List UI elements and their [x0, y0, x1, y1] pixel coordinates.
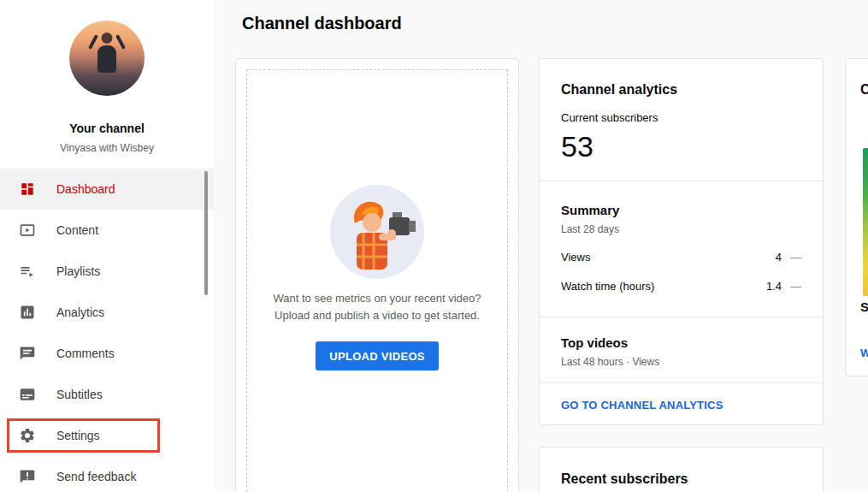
upload-dropzone: Want to see metrics on your recent video… — [246, 69, 508, 492]
sidebar-item-settings[interactable]: Settings — [0, 415, 214, 456]
dashboard-icon — [19, 181, 36, 198]
avatar-photo-figure — [97, 45, 116, 73]
subtitles-icon — [19, 386, 36, 403]
news-card-title: C — [860, 81, 868, 98]
metric-row-watch-time: Watch time (hours) 1.4 — — [561, 279, 801, 294]
top-videos-subtitle: Last 48 hours · Views — [561, 355, 801, 369]
sidebar-item-dashboard[interactable]: Dashboard — [0, 169, 214, 210]
feedback-icon — [19, 468, 36, 485]
sidebar-item-subtitles[interactable]: Subtitles — [0, 374, 214, 415]
divider — [540, 382, 823, 383]
metric-label: Watch time (hours) — [561, 279, 766, 294]
top-videos-title: Top videos — [561, 335, 801, 352]
sidebar-item-label: Send feedback — [56, 470, 136, 483]
sidebar-item-label: Content — [56, 223, 98, 237]
settings-icon — [19, 427, 36, 444]
go-to-channel-analytics-link[interactable]: GO TO CHANNEL ANALYTICS — [561, 399, 723, 412]
sidebar-item-label: Subtitles — [56, 388, 103, 401]
sidebar-scrollbar[interactable] — [204, 171, 208, 295]
summary-title: Summary — [561, 202, 801, 219]
sidebar-item-analytics[interactable]: Analytics — [0, 292, 214, 333]
upload-card: Want to see metrics on your recent video… — [235, 58, 519, 492]
sidebar-item-content[interactable]: Content — [0, 210, 214, 251]
avatar-photo-detail — [102, 33, 113, 44]
sidebar-item-label: Comments — [56, 347, 115, 360]
metric-row-views: Views 4 — — [561, 250, 801, 265]
sidebar-item-comments[interactable]: Comments — [0, 333, 214, 374]
sidebar-item-label: Settings — [56, 429, 100, 442]
analytics-icon — [19, 304, 36, 321]
news-link[interactable]: W — [860, 347, 868, 359]
divider — [540, 317, 823, 317]
upload-videos-button[interactable]: UPLOAD VIDEOS — [316, 341, 439, 370]
news-card: C S W — [845, 58, 868, 376]
page-title: Channel dashboard — [242, 14, 402, 33]
recent-subscribers-title: Recent subscribers — [561, 471, 801, 488]
channel-name: Your channel — [0, 122, 214, 135]
divider — [540, 181, 823, 181]
recent-subscribers-card: Recent subscribers — [539, 447, 824, 492]
sidebar-item-send-feedback[interactable]: Send feedback — [0, 456, 214, 492]
current-subscribers-label: Current subscribers — [561, 110, 801, 126]
summary-subtitle: Last 28 days — [561, 222, 801, 236]
content-icon — [19, 222, 36, 239]
channel-info: Your channel Vinyasa with Wisbey — [0, 0, 214, 154]
avatar[interactable] — [69, 21, 145, 96]
sidebar: Your channel Vinyasa with Wisbey Dashboa… — [0, 0, 214, 492]
analytics-card-title: Channel analytics — [561, 81, 801, 98]
metric-value: 1.4 — [766, 279, 782, 294]
sidebar-item-label: Analytics — [56, 305, 104, 319]
trend-flat-icon: — — [790, 279, 801, 294]
sidebar-item-label: Dashboard — [56, 182, 115, 196]
news-heading: S — [860, 299, 868, 314]
metric-value: 4 — [776, 250, 782, 265]
sidebar-menu: Dashboard Content Playlists Analytics Co… — [0, 169, 214, 492]
sidebar-item-playlists[interactable]: Playlists — [0, 251, 214, 292]
playlists-icon — [19, 263, 36, 280]
sidebar-item-label: Playlists — [56, 264, 100, 278]
upload-message-line1: Want to see metrics on your recent video… — [273, 290, 481, 307]
current-subscribers-count: 53 — [561, 129, 801, 163]
channel-subtitle: Vinyasa with Wisbey — [0, 142, 214, 154]
trend-flat-icon: — — [790, 250, 801, 265]
upload-illustration — [329, 184, 425, 280]
upload-message-line2: Upload and publish a video to get starte… — [275, 307, 480, 324]
channel-analytics-card: Channel analytics Current subscribers 53… — [539, 58, 824, 425]
news-thumbnail — [863, 148, 868, 296]
metric-label: Views — [561, 250, 776, 265]
comments-icon — [19, 345, 36, 362]
